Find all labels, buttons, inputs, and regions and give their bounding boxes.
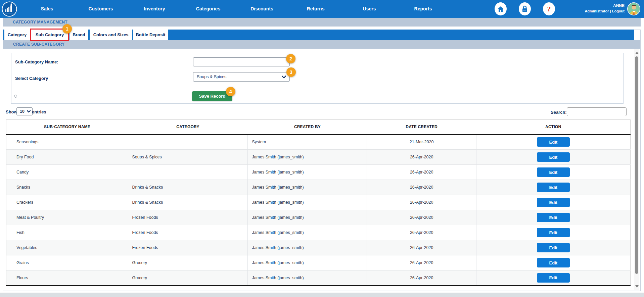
tab-sub-category[interactable]: Sub Category bbox=[31, 30, 68, 40]
category-cell: Frozen Foods bbox=[128, 225, 248, 240]
category-cell: Grocery bbox=[128, 255, 248, 270]
header-date-created[interactable]: DATE CREATED bbox=[367, 120, 476, 135]
edit-button[interactable]: Edit bbox=[537, 213, 570, 222]
edit-button[interactable]: Edit bbox=[537, 137, 570, 147]
tab-bottle-deposit[interactable]: Bottle Deposit bbox=[133, 30, 168, 40]
table-row: SeasoningsSystem21-Mar-2020Edit bbox=[6, 135, 631, 150]
category-cell bbox=[128, 135, 248, 150]
created-by-cell: James Smith (james_smith) bbox=[248, 150, 367, 165]
action-cell: Edit bbox=[476, 240, 630, 255]
help-icon[interactable]: ? bbox=[543, 2, 555, 15]
tab-colors-and-sizes[interactable]: Colors and Sizes bbox=[90, 30, 132, 40]
table-body: SeasoningsSystem21-Mar-2020EditDry FoodS… bbox=[6, 135, 631, 286]
table-row: FishFrozen FoodsJames Smith (james_smith… bbox=[6, 225, 631, 240]
nav-item-sales[interactable]: Sales bbox=[20, 0, 74, 18]
nav-item-categories[interactable]: Categories bbox=[181, 0, 235, 18]
tab-strip: CategorySub CategoryBrandColors and Size… bbox=[4, 30, 168, 40]
table-row: Dry FoodSoups & SpicesJames Smith (james… bbox=[6, 150, 631, 165]
name-cell: Fish bbox=[6, 225, 128, 240]
category-cell: Soups & Spices bbox=[128, 150, 248, 165]
nav-item-returns[interactable]: Returns bbox=[289, 0, 342, 18]
app-logo-icon[interactable] bbox=[2, 1, 17, 17]
logout-link[interactable]: Logout bbox=[612, 9, 625, 13]
callout-badge-3: 3 bbox=[286, 67, 296, 77]
created-by-cell: James Smith (james_smith) bbox=[248, 225, 367, 240]
scroll-up-icon[interactable] bbox=[635, 52, 639, 54]
table-row: Meat & PoultryFrozen FoodsJames Smith (j… bbox=[6, 210, 631, 225]
home-icon[interactable] bbox=[495, 2, 507, 15]
nav-item-discounts[interactable]: Discounts bbox=[235, 0, 289, 18]
select-category-label: Select Category bbox=[15, 76, 48, 81]
panel-title: CREATE SUB-CATEGORY bbox=[3, 40, 640, 49]
edit-button[interactable]: Edit bbox=[537, 198, 570, 207]
user-name: ANNE bbox=[585, 3, 625, 8]
date-cell: 26-Apr-2020 bbox=[367, 210, 476, 225]
search-label: Search: bbox=[551, 110, 567, 115]
date-cell: 26-Apr-2020 bbox=[367, 165, 476, 180]
search-input[interactable] bbox=[567, 107, 627, 116]
header-created-by[interactable]: CREATED BY bbox=[248, 120, 367, 135]
radio-circle-icon[interactable] bbox=[14, 95, 17, 98]
edit-button[interactable]: Edit bbox=[537, 243, 570, 252]
category-cell: Drinks & Snacks bbox=[128, 180, 248, 195]
callout-badge-1: 1 bbox=[62, 24, 72, 34]
action-cell: Edit bbox=[476, 210, 630, 225]
action-cell: Edit bbox=[476, 255, 630, 270]
created-by-cell: James Smith (james_smith) bbox=[248, 165, 367, 180]
edit-button[interactable]: Edit bbox=[537, 167, 570, 177]
category-cell: Frozen Foods bbox=[128, 240, 248, 255]
scrollbar-thumb[interactable] bbox=[635, 56, 638, 274]
nav-item-inventory[interactable]: Inventory bbox=[128, 0, 181, 18]
date-cell: 26-Apr-2020 bbox=[367, 180, 476, 195]
name-cell: Flours bbox=[6, 270, 128, 286]
help-glyph: ? bbox=[547, 5, 551, 13]
category-management-page: SalesCustomersInventoryCategoriesDiscoun… bbox=[0, 0, 644, 297]
category-select[interactable]: Soups & Spices bbox=[193, 72, 290, 82]
created-by-cell: James Smith (james_smith) bbox=[248, 270, 367, 286]
entries-per-page-select[interactable]: 10 bbox=[16, 107, 33, 115]
edit-button[interactable]: Edit bbox=[537, 228, 570, 237]
header-category[interactable]: CATEGORY bbox=[128, 120, 248, 135]
category-cell: Frozen Foods bbox=[128, 210, 248, 225]
table-row: FloursGroceryJames Smith (james_smith)26… bbox=[6, 270, 631, 286]
action-cell: Edit bbox=[476, 270, 630, 286]
name-cell: Dry Food bbox=[6, 150, 128, 165]
header-subcategory-name[interactable]: SUB-CATEGORY NAME bbox=[6, 120, 128, 135]
scroll-down-icon[interactable] bbox=[635, 285, 639, 288]
avatar[interactable] bbox=[627, 2, 640, 15]
subcategory-name-input[interactable] bbox=[193, 57, 290, 66]
callout-badge-4: 4 bbox=[226, 87, 235, 96]
edit-button[interactable]: Edit bbox=[537, 273, 570, 283]
tab-category[interactable]: Category bbox=[4, 30, 30, 40]
lock-icon[interactable] bbox=[519, 2, 531, 15]
table-header-row: SUB-CATEGORY NAME CATEGORY CREATED BY DA… bbox=[6, 120, 631, 135]
date-cell: 26-Apr-2020 bbox=[367, 240, 476, 255]
action-cell: Edit bbox=[476, 165, 630, 180]
date-cell: 21-Mar-2020 bbox=[367, 135, 476, 150]
header-action: ACTION bbox=[476, 120, 630, 135]
nav-item-users[interactable]: Users bbox=[342, 0, 396, 18]
created-by-cell: James Smith (james_smith) bbox=[248, 240, 367, 255]
edit-button[interactable]: Edit bbox=[537, 152, 570, 162]
action-cell: Edit bbox=[476, 195, 630, 210]
tab-brand[interactable]: Brand bbox=[70, 30, 88, 40]
action-cell: Edit bbox=[476, 180, 630, 195]
name-cell: Seasonings bbox=[6, 135, 128, 150]
name-cell: Candy bbox=[6, 165, 128, 180]
name-cell: Vegetables bbox=[6, 240, 128, 255]
breadcrumb-band: CATEGORY MANAGEMENT bbox=[3, 18, 641, 27]
table-row: VegetablesFrozen FoodsJames Smith (james… bbox=[6, 240, 631, 255]
edit-button[interactable]: Edit bbox=[537, 258, 570, 267]
vertical-scrollbar[interactable] bbox=[634, 49, 639, 290]
subcategory-table: SUB-CATEGORY NAME CATEGORY CREATED BY DA… bbox=[6, 119, 631, 286]
table-row: CandyJames Smith (james_smith)26-Apr-202… bbox=[6, 165, 631, 180]
table-row: SnacksDrinks & SnacksJames Smith (james_… bbox=[6, 180, 631, 195]
show-label: Show bbox=[6, 109, 17, 114]
created-by-cell: System bbox=[248, 135, 367, 150]
create-subcategory-band: CREATE SUB-CATEGORY bbox=[3, 40, 640, 49]
table-row: GrainsGroceryJames Smith (james_smith)26… bbox=[6, 255, 631, 270]
nav-item-customers[interactable]: Customers bbox=[74, 0, 128, 18]
edit-button[interactable]: Edit bbox=[537, 183, 570, 192]
nav-item-reports[interactable]: Reports bbox=[396, 0, 450, 18]
create-subcategory-form bbox=[11, 53, 624, 104]
